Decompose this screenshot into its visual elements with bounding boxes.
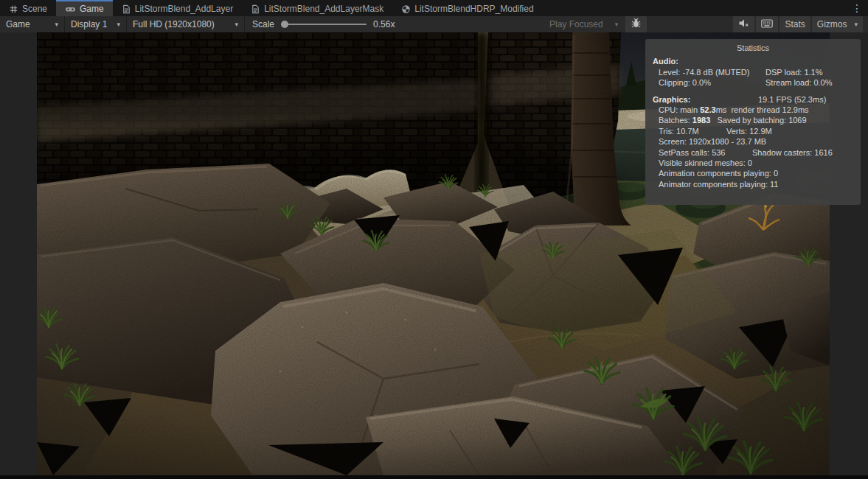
scale-label: Scale [252,19,274,29]
graphics-animator-components: Animator components playing: 11 [653,179,853,189]
graphics-verts: Verts: 12.9M [726,126,772,136]
statistics-panel: Statistics Audio: Level: -74.8 dB (MUTED… [645,39,861,205]
keyboard-icon [761,19,773,30]
audio-clipping: Clipping: 0.0% [659,77,765,88]
graphics-screen: Screen: 1920x1080 - 23.7 MB [653,136,853,147]
gizmos-label: Gizmos [817,19,847,29]
chevron-down-icon: ▾ [235,21,238,28]
tab-game[interactable]: Game [56,0,113,16]
graphics-heading: Graphics: [653,94,758,105]
graphics-tris: Tris: 10.7M [659,126,726,136]
window-menu-icon[interactable]: ⋮ [852,1,862,15]
chevron-down-icon: ▾ [117,21,120,28]
tab-litstormblend-addlayermask[interactable]: LitStormBlend_AddLayerMask [242,0,392,16]
audio-level: Level: -74.8 dB (MUTED) [659,67,765,77]
unity-game-view-window: Scene Game LitStormBlend_AddLayer LitSto… [0,0,868,479]
play-focus-group: Play Focused ▾ [544,16,647,32]
viewport-bottom-edge [0,475,868,479]
scale-value: 0.56x [373,19,395,29]
tab-litstormblend-addlayer[interactable]: LitStormBlend_AddLayer [113,0,242,16]
chevron-down-icon: ▾ [854,21,858,28]
statistics-title: Statistics [653,43,853,53]
mute-audio-button[interactable] [733,16,754,32]
tab-scene[interactable]: Scene [0,0,56,16]
audio-stream-load: Stream load: 0.0% [765,77,833,88]
chevron-down-icon: ▾ [615,21,619,28]
tab-label: LitStormBlend_AddLayer [135,4,233,14]
scale-slider-thumb[interactable] [281,21,288,28]
resolution-dropdown[interactable]: Full HD (1920x1080) ▾ [127,16,245,32]
gizmos-dropdown[interactable]: Gizmos ▾ [812,16,863,32]
play-focused-dropdown[interactable]: Play Focused ▾ [544,16,624,32]
graphics-skinned-meshes: Visible skinned meshes: 0 [653,158,853,168]
display-dropdown[interactable]: Display 1 ▾ [65,16,127,32]
toolbar-right-group: Stats Gizmos ▾ [732,16,863,32]
audio-heading: Audio: [653,56,853,66]
graphics-setpass: SetPass calls: 536 [659,147,752,158]
view-mode-value: Game [6,19,30,29]
gamepad-icon [65,4,76,14]
shader-icon [122,4,131,14]
tab-label: LitStormBlendHDRP_Modified [414,4,533,14]
graphics-animation-components: Animation components playing: 0 [653,168,853,178]
keyboard-shortcuts-button[interactable] [756,16,778,32]
stats-toggle-button[interactable]: Stats [780,16,810,32]
scale-slider[interactable] [281,24,367,25]
tab-litstormblendhdrp-modified[interactable]: LitStormBlendHDRP_Modified [392,0,542,16]
game-view-toolbar: Game ▾ Display 1 ▾ Full HD (1920x1080) ▾… [0,16,868,32]
mute-audio-icon [738,18,749,30]
scene-grid-icon [9,4,18,14]
scale-control: Scale 0.56x [245,16,402,32]
chevron-down-icon: ▾ [55,21,58,28]
resolution-value: Full HD (1920x1080) [133,19,215,29]
display-value: Display 1 [71,19,107,29]
audio-dsp-load: DSP load: 1.1% [765,67,822,77]
tab-label: Scene [22,4,47,14]
graphics-cpu: CPU: main 52.3ms render thread 12.9ms [653,105,853,115]
game-viewport: Statistics Audio: Level: -74.8 dB (MUTED… [0,32,868,479]
view-mode-dropdown[interactable]: Game ▾ [0,16,65,32]
play-focused-value: Play Focused [549,19,603,29]
stats-button-label: Stats [785,19,805,29]
graphics-fps: 19.1 FPS (52.3ms) [758,94,826,105]
debug-bug-icon [631,18,642,31]
tab-label: LitStormBlend_AddLayerMask [264,4,383,14]
shader-icon [251,4,260,14]
tab-label: Game [80,4,104,14]
material-icon [401,4,411,14]
graphics-shadow-casters: Shadow casters: 1616 [752,147,833,158]
graphics-batches: Batches: 1983 Saved by batching: 1069 [653,115,853,125]
tab-bar: Scene Game LitStormBlend_AddLayer LitSto… [0,0,868,16]
debug-bug-button[interactable] [625,16,647,32]
